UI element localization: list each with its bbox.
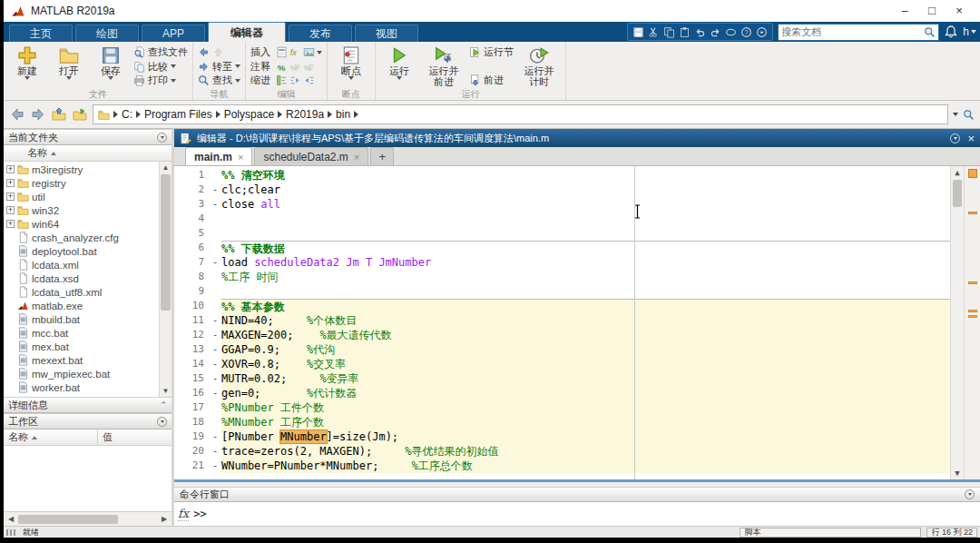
help-icon[interactable]: ? [740,26,752,38]
file-item-matlab.exe[interactable]: matlab.exe [4,299,159,312]
find-button[interactable]: 查找 [198,74,240,87]
warning-indicator-icon[interactable] [968,169,977,178]
breakpoint-gutter[interactable] [209,241,221,255]
editor-scrollbar[interactable]: ▲ ▼ [950,166,964,479]
scroll-thumb[interactable] [18,515,118,524]
panel-menu-icon[interactable] [157,133,167,143]
breakpoint-gutter[interactable]: - [209,371,221,386]
ribbon-tab-编辑器[interactable]: 编辑器 [208,22,286,42]
workspace-header[interactable]: 工作区 [4,413,172,429]
dock-menu-icon[interactable] [950,133,960,143]
breakpoint-gutter[interactable] [209,212,221,226]
file-item-crash_analyzer.cfg[interactable]: crash_analyzer.cfg [4,231,159,244]
insert-row[interactable]: 插入 fx [250,45,322,59]
run-and-advance-button[interactable]: 运行并 前进 [422,44,466,89]
warning-tick-icon[interactable] [968,310,977,312]
cut-icon[interactable] [648,26,660,38]
breakpoint-gutter[interactable] [209,284,221,299]
ribbon-tab-视图[interactable]: 视图 [355,25,418,42]
address-search-icon[interactable] [963,109,975,121]
scroll-down-icon[interactable]: ▼ [160,385,172,397]
indent-right-icon[interactable] [289,74,301,86]
breakpoint-gutter[interactable]: - [209,386,221,400]
breakpoint-gutter[interactable]: - [209,328,221,342]
code-line-14[interactable]: 14-XOVR=0.8; %交叉率 [174,357,950,371]
file-item-win64[interactable]: +win64 [4,217,159,231]
expand-icon[interactable]: + [6,206,15,214]
ribbon-tab-APP[interactable]: APP [142,25,205,42]
warning-tick-icon[interactable] [968,315,977,318]
code-line-18[interactable]: 18%MNumber 工序个数 [174,415,950,429]
code-line-12[interactable]: 12-MAXGEN=200; %最大遗传代数 [174,328,950,342]
details-header[interactable]: 详细信息 ⌃ [4,397,172,413]
wrap-comments-icon[interactable]: % [303,61,315,73]
circle-down-icon[interactable] [756,26,768,38]
breakpoint-gutter[interactable] [209,400,221,415]
scroll-thumb[interactable] [161,174,171,311]
command-window-header[interactable]: 命令行窗口 [174,487,980,502]
breakpoint-gutter[interactable]: - [209,459,221,473]
indent-row[interactable]: 缩进 [250,74,322,87]
code-line-9[interactable]: 9 [174,284,950,299]
browse-folder-icon[interactable] [73,107,87,122]
expand-icon[interactable]: + [6,165,15,173]
comment-icon[interactable]: % [276,61,288,73]
expand-icon[interactable]: + [6,220,15,228]
file-item-mexext.bat[interactable]: mexext.bat [4,353,159,367]
breakpoint-gutter[interactable]: - [209,197,221,212]
workspace-body[interactable] [4,446,172,511]
code-line-15[interactable]: 15-MUTR=0.02; %变异率 [174,371,950,386]
insert-image-icon[interactable] [303,46,315,58]
back-forward-buttons[interactable] [198,45,240,59]
tab-main-m[interactable]: main.m × [185,147,252,165]
code-line-4[interactable]: 4 [174,212,950,226]
breakpoint-gutter[interactable]: - [209,357,221,371]
print-button[interactable]: 打印 [133,74,188,87]
breakpoint-gutter[interactable] [209,226,221,241]
new-tab-button[interactable]: + [370,147,394,165]
workspace-hscrollbar[interactable]: ◀ ▶ [4,511,172,526]
file-item-registry[interactable]: +registry [4,176,159,190]
smart-indent-icon[interactable] [276,74,288,86]
breakpoint-gutter[interactable]: - [209,255,221,270]
minimize-button[interactable]: – [891,1,918,21]
breakpoint-gutter[interactable]: - [209,183,221,197]
breakpoint-gutter[interactable]: - [209,429,221,444]
goto-button[interactable]: 转至 [198,60,240,74]
command-window[interactable]: fx >> [174,502,980,526]
scroll-up-icon[interactable]: ▲ [951,166,964,179]
scroll-down-icon[interactable]: ▼ [951,467,964,479]
comment-row[interactable]: 注释 % % % [250,60,322,74]
indent-left-icon[interactable] [303,74,315,86]
code-line-21[interactable]: 21-WNumber=PNumber*MNumber; %工序总个数 [174,459,950,473]
compare-button[interactable]: 比较 [133,60,188,74]
file-item-mbuild.bat[interactable]: mbuild.bat [4,312,159,326]
run-section-button[interactable]: 运行节 [469,45,514,59]
ribbon-tab-绘图[interactable]: 绘图 [75,25,139,42]
advance-button[interactable]: 前进 [469,74,514,87]
file-item-m3iregistry[interactable]: +m3iregistry [4,163,159,176]
message-indicator-bar[interactable] [964,166,980,479]
breakpoints-button[interactable]: 断点 [332,44,370,89]
code-line-8[interactable]: 8%工序 时间 [174,270,950,284]
tab-scheduledata2-m[interactable]: scheduleData2.m × [254,147,368,165]
scroll-right-icon[interactable]: ▶ [159,515,170,523]
expand-icon[interactable]: + [6,193,15,201]
save-button[interactable]: 保存 [92,44,130,89]
tab-close-icon[interactable]: × [238,152,243,163]
code-line-6[interactable]: 6%% 下载数据 [174,241,950,255]
breakpoint-gutter[interactable] [209,168,221,183]
workspace-columns[interactable]: 名称 值 [4,429,172,446]
close-button[interactable]: × [946,1,973,21]
user-menu[interactable]: h [963,25,976,38]
collapse-icon[interactable]: ⌃ [160,400,167,410]
crumb-4[interactable]: bin [336,108,350,121]
run-and-time-button[interactable]: 运行并 计时 [517,44,561,89]
file-item-util[interactable]: +util [4,190,159,203]
name-column-header[interactable]: 名称 [4,145,172,162]
open-button[interactable]: 打开 [50,44,88,89]
panel-menu-icon[interactable] [965,489,975,499]
breakpoint-gutter[interactable] [209,299,221,313]
file-item-mex.bat[interactable]: mex.bat [4,340,159,353]
insert-function-icon[interactable]: fx [289,46,301,58]
